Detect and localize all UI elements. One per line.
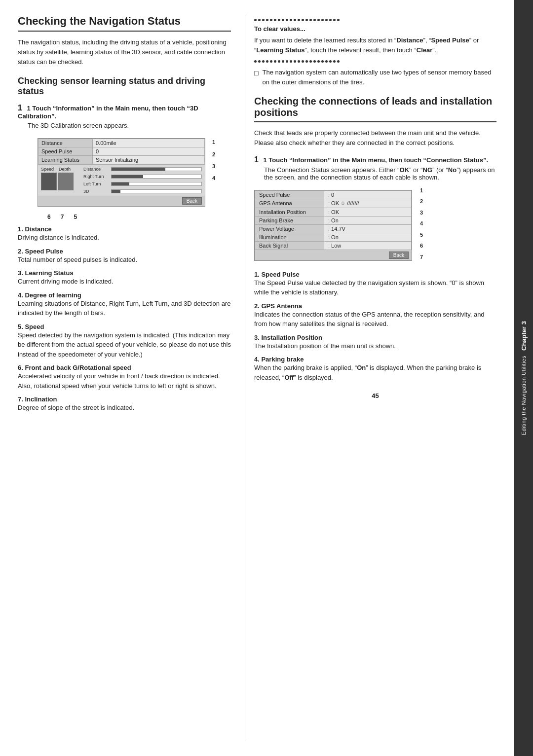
num-6: 6 bbox=[47, 214, 51, 220]
field-value: Sensor Initializing bbox=[93, 156, 205, 164]
list-item: 6. Front and back G/Rotational speed Acc… bbox=[18, 364, 231, 391]
screen-table: Distance 0.00mile Speed Pulse 0 Learning… bbox=[38, 139, 205, 164]
connection-screen: Speed Pulse : 0 GPS Antenna : OK ☆ /////… bbox=[254, 190, 412, 261]
table-row: Parking Brake : On bbox=[255, 216, 412, 224]
field-label: Parking Brake bbox=[255, 216, 324, 224]
field-value: : Low bbox=[324, 241, 412, 250]
list-item: 5. Speed Speed detected by the navigatio… bbox=[18, 323, 231, 360]
speed-label: Speed bbox=[41, 167, 57, 172]
conn-screen-bottom: Back bbox=[255, 250, 412, 260]
ng-text: NG bbox=[423, 166, 433, 174]
calibration-screen: Distance 0.00mile Speed Pulse 0 Learning… bbox=[38, 138, 205, 207]
num-4: 4 bbox=[212, 172, 215, 184]
field-value: : On bbox=[324, 216, 412, 224]
field-label: Learning Status bbox=[38, 156, 93, 164]
bar-row: Distance bbox=[83, 167, 202, 172]
list-item: 4. Parking brake When the parking brake … bbox=[254, 356, 496, 382]
num-2: 2 bbox=[212, 148, 215, 160]
clear-text: If you want to delete the learned result… bbox=[254, 36, 496, 55]
conn-numbers: 1 2 3 4 5 6 7 bbox=[420, 185, 423, 263]
step-number: 1 bbox=[18, 104, 22, 112]
table-row: Speed Pulse : 0 bbox=[255, 190, 412, 199]
step1-sub-right: The Connection Status screen appears. Ei… bbox=[264, 166, 496, 181]
connection-screen-wrapper: Speed Pulse : 0 GPS Antenna : OK ☆ /////… bbox=[254, 185, 412, 266]
field-label: Speed Pulse bbox=[255, 190, 324, 199]
list-item: 1. Speed Pulse The Speed Pulse value det… bbox=[254, 271, 496, 297]
on-text: On bbox=[357, 364, 366, 371]
list-item: 7. Inclination Degree of slope of the st… bbox=[18, 396, 231, 413]
field-value: : OK bbox=[324, 208, 412, 216]
list-item: 4. Degree of learning Learning situation… bbox=[18, 291, 231, 318]
table-row: Back Signal : Low bbox=[255, 241, 412, 250]
back-button-conn[interactable]: Back bbox=[389, 252, 409, 259]
ok-text: OK bbox=[400, 166, 410, 174]
conn-item-list: 1. Speed Pulse The Speed Pulse value det… bbox=[254, 271, 496, 383]
field-label: Back Signal bbox=[255, 241, 324, 250]
bottom-nums: 6 7 5 bbox=[47, 214, 231, 220]
section3-block: Checking the connections of leads and in… bbox=[254, 96, 496, 382]
to-clear-title: To clear values... bbox=[254, 25, 496, 33]
field-value: : 0 bbox=[324, 190, 412, 199]
field-value: 0.00mile bbox=[93, 139, 205, 147]
conn-table: Speed Pulse : 0 GPS Antenna : OK ☆ /////… bbox=[255, 190, 412, 250]
table-row: GPS Antenna : OK ☆ //////// bbox=[255, 199, 412, 208]
conn-num-3: 3 bbox=[420, 207, 423, 218]
page-number: 45 bbox=[254, 387, 496, 401]
field-value: : 14.7V bbox=[324, 224, 412, 233]
screen-numbers: 1 2 3 4 bbox=[212, 136, 215, 184]
field-label: GPS Antenna bbox=[255, 199, 324, 208]
conn-num-1: 1 bbox=[420, 185, 423, 196]
depth-label: Depth bbox=[59, 167, 75, 172]
dotted-divider-bottom bbox=[254, 60, 496, 63]
section1-title: Checking the Navigation Status bbox=[18, 15, 231, 32]
field-label: Speed Pulse bbox=[38, 147, 93, 156]
section3-title: Checking the connections of leads and in… bbox=[254, 96, 496, 122]
field-value: : On bbox=[324, 233, 412, 241]
table-row: Power Voltage : 14.7V bbox=[255, 224, 412, 233]
back-button-screen[interactable]: Back bbox=[182, 197, 202, 205]
bar-row: Right Turn bbox=[83, 174, 202, 179]
num-7: 7 bbox=[61, 214, 64, 220]
table-row: Learning Status Sensor Initializing bbox=[38, 156, 205, 164]
conn-num-5: 5 bbox=[420, 229, 423, 241]
clear-bold-speed: Speed Pulse bbox=[431, 36, 469, 44]
screen-bottom: Back bbox=[38, 196, 205, 206]
bar-row: Left Turn bbox=[83, 181, 202, 186]
conn-num-7: 7 bbox=[420, 252, 423, 263]
list-item: 2. Speed Pulse Total number of speed pul… bbox=[18, 248, 231, 265]
step1-sub-left: The 3D Calibration screen appears. bbox=[28, 122, 231, 129]
checkbox-icon: □ bbox=[254, 68, 258, 78]
right-column: To clear values... If you want to delete… bbox=[245, 15, 496, 741]
section1-intro: The navigation status, including the dri… bbox=[18, 37, 231, 67]
bars-container: Distance Right Turn Left Turn bbox=[83, 167, 202, 194]
step1-heading-left: 1 1 Touch “Information” in the Main menu… bbox=[18, 104, 231, 120]
no-text: No bbox=[448, 166, 457, 174]
conn-num-4: 4 bbox=[420, 218, 423, 229]
list-item: 2. GPS Antenna Indicates the connection … bbox=[254, 302, 496, 329]
clear-bold-learning: Learning Status bbox=[256, 46, 305, 54]
sidebar-right: Chapter 3 Editing the Navigation Utiliti… bbox=[514, 0, 533, 756]
field-label: Power Voltage bbox=[255, 224, 324, 233]
num-5: 5 bbox=[74, 214, 77, 220]
num-3: 3 bbox=[212, 160, 215, 172]
section2-title: Checking sensor learning status and driv… bbox=[18, 76, 231, 97]
checkbox-text: The navigation system can automatically … bbox=[262, 68, 496, 87]
step-number-right: 1 bbox=[254, 155, 259, 164]
list-item: 1. Distance Driving distance is indicate… bbox=[18, 225, 231, 243]
field-label: Illumination bbox=[255, 233, 324, 241]
num-1: 1 bbox=[212, 136, 215, 148]
dotted-divider-top bbox=[254, 19, 496, 21]
sidebar-sub-text: Editing the Navigation Utilities bbox=[521, 356, 527, 435]
conn-num-2: 2 bbox=[420, 196, 423, 207]
table-row: Speed Pulse 0 bbox=[38, 147, 205, 156]
calibration-screen-wrapper: Distance 0.00mile Speed Pulse 0 Learning… bbox=[28, 133, 205, 212]
field-label: Installation Position bbox=[255, 208, 324, 216]
table-row: Installation Position : OK bbox=[255, 208, 412, 216]
table-row: Illumination : On bbox=[255, 233, 412, 241]
section3-intro: Check that leads are properly connected … bbox=[254, 128, 496, 148]
off-text: Off bbox=[284, 374, 294, 381]
step1-heading-right: 1 1 Touch “Information” in the Main menu… bbox=[254, 155, 496, 164]
checkbox-note: □ The navigation system can automaticall… bbox=[254, 68, 496, 87]
clear-bold-distance: Distance bbox=[396, 36, 423, 44]
item-list-left: 1. Distance Driving distance is indicate… bbox=[18, 225, 231, 413]
